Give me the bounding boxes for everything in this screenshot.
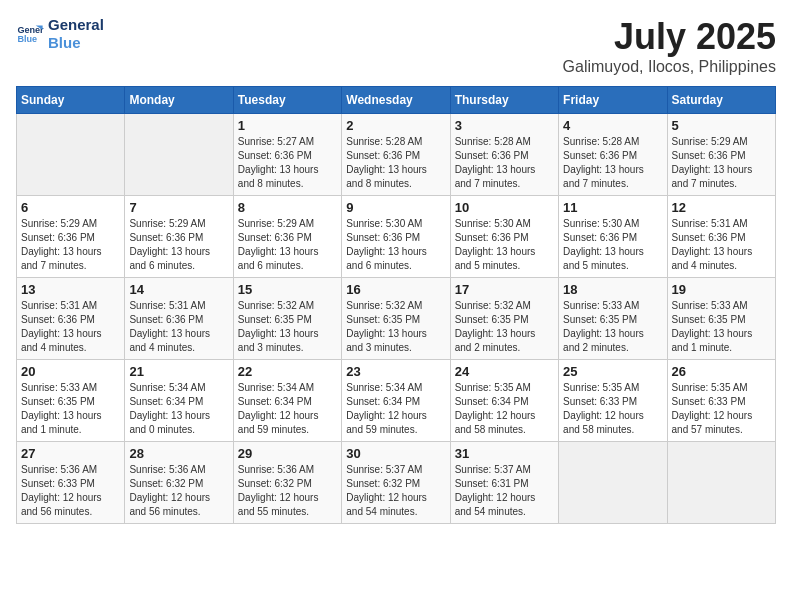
day-detail-3: Sunrise: 5:28 AMSunset: 6:36 PMDaylight:… xyxy=(455,135,554,191)
day-number-25: 25 xyxy=(563,364,662,379)
cell-3-4: 24Sunrise: 5:35 AMSunset: 6:34 PMDayligh… xyxy=(450,360,558,442)
week-row-2: 6Sunrise: 5:29 AMSunset: 6:36 PMDaylight… xyxy=(17,196,776,278)
cell-3-1: 21Sunrise: 5:34 AMSunset: 6:34 PMDayligh… xyxy=(125,360,233,442)
cell-2-2: 15Sunrise: 5:32 AMSunset: 6:35 PMDayligh… xyxy=(233,278,341,360)
day-detail-20: Sunrise: 5:33 AMSunset: 6:35 PMDaylight:… xyxy=(21,381,120,437)
cell-1-2: 8Sunrise: 5:29 AMSunset: 6:36 PMDaylight… xyxy=(233,196,341,278)
header-saturday: Saturday xyxy=(667,87,775,114)
day-detail-6: Sunrise: 5:29 AMSunset: 6:36 PMDaylight:… xyxy=(21,217,120,273)
day-detail-1: Sunrise: 5:27 AMSunset: 6:36 PMDaylight:… xyxy=(238,135,337,191)
header-thursday: Thursday xyxy=(450,87,558,114)
cell-1-6: 12Sunrise: 5:31 AMSunset: 6:36 PMDayligh… xyxy=(667,196,775,278)
day-number-6: 6 xyxy=(21,200,120,215)
day-number-8: 8 xyxy=(238,200,337,215)
day-detail-11: Sunrise: 5:30 AMSunset: 6:36 PMDaylight:… xyxy=(563,217,662,273)
cell-2-5: 18Sunrise: 5:33 AMSunset: 6:35 PMDayligh… xyxy=(559,278,667,360)
day-detail-19: Sunrise: 5:33 AMSunset: 6:35 PMDaylight:… xyxy=(672,299,771,355)
cell-4-1: 28Sunrise: 5:36 AMSunset: 6:32 PMDayligh… xyxy=(125,442,233,524)
title-block: July 2025 Galimuyod, Ilocos, Philippines xyxy=(563,16,776,76)
day-detail-15: Sunrise: 5:32 AMSunset: 6:35 PMDaylight:… xyxy=(238,299,337,355)
day-number-1: 1 xyxy=(238,118,337,133)
cell-2-3: 16Sunrise: 5:32 AMSunset: 6:35 PMDayligh… xyxy=(342,278,450,360)
cell-4-6 xyxy=(667,442,775,524)
cell-1-1: 7Sunrise: 5:29 AMSunset: 6:36 PMDaylight… xyxy=(125,196,233,278)
cell-0-3: 2Sunrise: 5:28 AMSunset: 6:36 PMDaylight… xyxy=(342,114,450,196)
day-number-20: 20 xyxy=(21,364,120,379)
cell-2-0: 13Sunrise: 5:31 AMSunset: 6:36 PMDayligh… xyxy=(17,278,125,360)
day-number-4: 4 xyxy=(563,118,662,133)
header-friday: Friday xyxy=(559,87,667,114)
svg-text:Blue: Blue xyxy=(17,34,37,44)
day-number-14: 14 xyxy=(129,282,228,297)
day-number-10: 10 xyxy=(455,200,554,215)
day-detail-5: Sunrise: 5:29 AMSunset: 6:36 PMDaylight:… xyxy=(672,135,771,191)
day-number-11: 11 xyxy=(563,200,662,215)
day-detail-21: Sunrise: 5:34 AMSunset: 6:34 PMDaylight:… xyxy=(129,381,228,437)
cell-0-1 xyxy=(125,114,233,196)
day-number-13: 13 xyxy=(21,282,120,297)
day-number-30: 30 xyxy=(346,446,445,461)
cell-0-6: 5Sunrise: 5:29 AMSunset: 6:36 PMDaylight… xyxy=(667,114,775,196)
day-detail-2: Sunrise: 5:28 AMSunset: 6:36 PMDaylight:… xyxy=(346,135,445,191)
day-detail-12: Sunrise: 5:31 AMSunset: 6:36 PMDaylight:… xyxy=(672,217,771,273)
day-detail-16: Sunrise: 5:32 AMSunset: 6:35 PMDaylight:… xyxy=(346,299,445,355)
day-detail-28: Sunrise: 5:36 AMSunset: 6:32 PMDaylight:… xyxy=(129,463,228,519)
cell-0-2: 1Sunrise: 5:27 AMSunset: 6:36 PMDaylight… xyxy=(233,114,341,196)
day-number-27: 27 xyxy=(21,446,120,461)
cell-1-0: 6Sunrise: 5:29 AMSunset: 6:36 PMDaylight… xyxy=(17,196,125,278)
day-number-16: 16 xyxy=(346,282,445,297)
cell-4-4: 31Sunrise: 5:37 AMSunset: 6:31 PMDayligh… xyxy=(450,442,558,524)
week-row-1: 1Sunrise: 5:27 AMSunset: 6:36 PMDaylight… xyxy=(17,114,776,196)
day-detail-10: Sunrise: 5:30 AMSunset: 6:36 PMDaylight:… xyxy=(455,217,554,273)
week-row-3: 13Sunrise: 5:31 AMSunset: 6:36 PMDayligh… xyxy=(17,278,776,360)
day-detail-22: Sunrise: 5:34 AMSunset: 6:34 PMDaylight:… xyxy=(238,381,337,437)
day-detail-7: Sunrise: 5:29 AMSunset: 6:36 PMDaylight:… xyxy=(129,217,228,273)
day-number-22: 22 xyxy=(238,364,337,379)
day-number-17: 17 xyxy=(455,282,554,297)
header-sunday: Sunday xyxy=(17,87,125,114)
cell-2-4: 17Sunrise: 5:32 AMSunset: 6:35 PMDayligh… xyxy=(450,278,558,360)
cell-4-2: 29Sunrise: 5:36 AMSunset: 6:32 PMDayligh… xyxy=(233,442,341,524)
calendar-table: SundayMondayTuesdayWednesdayThursdayFrid… xyxy=(16,86,776,524)
day-detail-24: Sunrise: 5:35 AMSunset: 6:34 PMDaylight:… xyxy=(455,381,554,437)
week-row-4: 20Sunrise: 5:33 AMSunset: 6:35 PMDayligh… xyxy=(17,360,776,442)
cell-3-6: 26Sunrise: 5:35 AMSunset: 6:33 PMDayligh… xyxy=(667,360,775,442)
page-header: General Blue General Blue July 2025 Gali… xyxy=(16,16,776,76)
day-detail-13: Sunrise: 5:31 AMSunset: 6:36 PMDaylight:… xyxy=(21,299,120,355)
cell-0-4: 3Sunrise: 5:28 AMSunset: 6:36 PMDaylight… xyxy=(450,114,558,196)
day-number-9: 9 xyxy=(346,200,445,215)
day-detail-23: Sunrise: 5:34 AMSunset: 6:34 PMDaylight:… xyxy=(346,381,445,437)
day-number-26: 26 xyxy=(672,364,771,379)
cell-3-5: 25Sunrise: 5:35 AMSunset: 6:33 PMDayligh… xyxy=(559,360,667,442)
day-number-15: 15 xyxy=(238,282,337,297)
day-detail-31: Sunrise: 5:37 AMSunset: 6:31 PMDaylight:… xyxy=(455,463,554,519)
page-title: July 2025 xyxy=(563,16,776,58)
day-detail-14: Sunrise: 5:31 AMSunset: 6:36 PMDaylight:… xyxy=(129,299,228,355)
day-number-23: 23 xyxy=(346,364,445,379)
cell-3-2: 22Sunrise: 5:34 AMSunset: 6:34 PMDayligh… xyxy=(233,360,341,442)
day-detail-18: Sunrise: 5:33 AMSunset: 6:35 PMDaylight:… xyxy=(563,299,662,355)
header-monday: Monday xyxy=(125,87,233,114)
day-number-31: 31 xyxy=(455,446,554,461)
page-subtitle: Galimuyod, Ilocos, Philippines xyxy=(563,58,776,76)
day-number-29: 29 xyxy=(238,446,337,461)
day-detail-9: Sunrise: 5:30 AMSunset: 6:36 PMDaylight:… xyxy=(346,217,445,273)
day-detail-8: Sunrise: 5:29 AMSunset: 6:36 PMDaylight:… xyxy=(238,217,337,273)
logo: General Blue General Blue xyxy=(16,16,104,52)
cell-1-5: 11Sunrise: 5:30 AMSunset: 6:36 PMDayligh… xyxy=(559,196,667,278)
logo-general: General xyxy=(48,16,104,34)
day-detail-26: Sunrise: 5:35 AMSunset: 6:33 PMDaylight:… xyxy=(672,381,771,437)
cell-2-6: 19Sunrise: 5:33 AMSunset: 6:35 PMDayligh… xyxy=(667,278,775,360)
day-detail-17: Sunrise: 5:32 AMSunset: 6:35 PMDaylight:… xyxy=(455,299,554,355)
day-number-7: 7 xyxy=(129,200,228,215)
day-number-3: 3 xyxy=(455,118,554,133)
day-detail-27: Sunrise: 5:36 AMSunset: 6:33 PMDaylight:… xyxy=(21,463,120,519)
cell-4-3: 30Sunrise: 5:37 AMSunset: 6:32 PMDayligh… xyxy=(342,442,450,524)
logo-icon: General Blue xyxy=(16,20,44,48)
logo-blue: Blue xyxy=(48,34,104,52)
cell-4-0: 27Sunrise: 5:36 AMSunset: 6:33 PMDayligh… xyxy=(17,442,125,524)
calendar-header-row: SundayMondayTuesdayWednesdayThursdayFrid… xyxy=(17,87,776,114)
day-number-24: 24 xyxy=(455,364,554,379)
day-detail-4: Sunrise: 5:28 AMSunset: 6:36 PMDaylight:… xyxy=(563,135,662,191)
cell-3-0: 20Sunrise: 5:33 AMSunset: 6:35 PMDayligh… xyxy=(17,360,125,442)
